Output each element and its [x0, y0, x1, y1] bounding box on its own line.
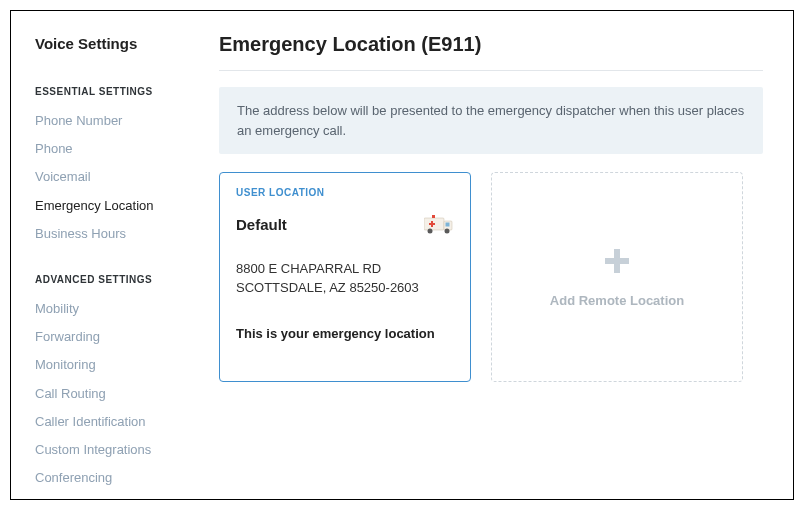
sidebar-item-mobility[interactable]: Mobility — [35, 295, 199, 323]
svg-rect-4 — [429, 223, 435, 225]
svg-rect-2 — [446, 223, 450, 227]
sidebar-item-custom-integrations[interactable]: Custom Integrations — [35, 436, 199, 464]
sidebar-item-caller-identification[interactable]: Caller Identification — [35, 408, 199, 436]
card-name-row: Default — [236, 214, 454, 234]
card-footer: This is your emergency location — [236, 326, 454, 341]
sidebar-item-call-routing[interactable]: Call Routing — [35, 380, 199, 408]
add-remote-location-button[interactable]: Add Remote Location — [491, 172, 743, 382]
svg-rect-9 — [605, 258, 629, 264]
user-location-card[interactable]: USER LOCATION Default — [219, 172, 471, 382]
card-label: USER LOCATION — [236, 187, 454, 198]
sidebar-item-phone-number[interactable]: Phone Number — [35, 107, 199, 135]
sidebar-section-header-essential: ESSENTIAL SETTINGS — [35, 86, 199, 97]
svg-rect-5 — [432, 215, 435, 218]
sidebar-item-voicemail[interactable]: Voicemail — [35, 163, 199, 191]
sidebar-item-forwarding[interactable]: Forwarding — [35, 323, 199, 351]
divider — [219, 70, 763, 71]
main-content: Emergency Location (E911) The address be… — [211, 11, 793, 499]
sidebar-title: Voice Settings — [35, 35, 199, 52]
sidebar-item-conferencing[interactable]: Conferencing — [35, 464, 199, 492]
svg-point-7 — [445, 229, 450, 234]
cards-row: USER LOCATION Default — [219, 172, 763, 382]
info-banner: The address below will be presented to t… — [219, 87, 763, 154]
svg-point-6 — [428, 229, 433, 234]
plus-icon — [603, 247, 631, 279]
sidebar-item-emergency-location[interactable]: Emergency Location — [35, 192, 199, 220]
sidebar: Voice Settings ESSENTIAL SETTINGS Phone … — [11, 11, 211, 499]
card-name: Default — [236, 216, 287, 233]
sidebar-item-business-hours[interactable]: Business Hours — [35, 220, 199, 248]
ambulance-icon — [424, 214, 454, 234]
page-title: Emergency Location (E911) — [219, 33, 763, 56]
sidebar-item-monitoring[interactable]: Monitoring — [35, 351, 199, 379]
sidebar-section-header-advanced: ADVANCED SETTINGS — [35, 274, 199, 285]
sidebar-item-phone[interactable]: Phone — [35, 135, 199, 163]
add-remote-location-label: Add Remote Location — [550, 293, 684, 308]
card-address: 8800 E CHAPARRAL RD SCOTTSDALE, AZ 85250… — [236, 260, 454, 298]
app-frame: Voice Settings ESSENTIAL SETTINGS Phone … — [10, 10, 794, 500]
